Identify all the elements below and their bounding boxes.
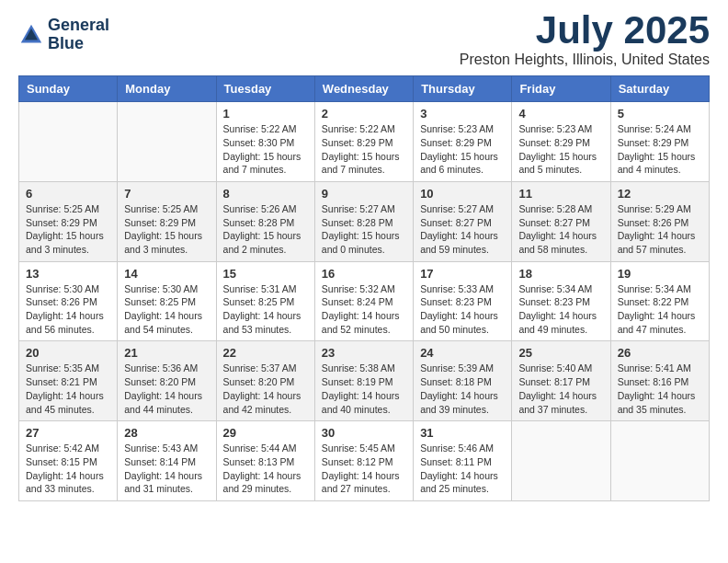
day-info: Sunrise: 5:31 AM Sunset: 8:25 PM Dayligh… (223, 282, 308, 337)
day-info: Sunrise: 5:44 AM Sunset: 8:13 PM Dayligh… (223, 442, 308, 496)
calendar-cell: 28Sunrise: 5:43 AM Sunset: 8:14 PM Dayli… (118, 421, 216, 501)
day-info: Sunrise: 5:46 AM Sunset: 8:11 PM Dayligh… (420, 442, 505, 496)
day-info: Sunrise: 5:43 AM Sunset: 8:14 PM Dayligh… (124, 442, 209, 496)
calendar-week-row: 20Sunrise: 5:35 AM Sunset: 8:21 PM Dayli… (19, 341, 710, 421)
day-info: Sunrise: 5:40 AM Sunset: 8:17 PM Dayligh… (518, 362, 603, 416)
day-number: 23 (322, 346, 406, 360)
day-info: Sunrise: 5:37 AM Sunset: 8:20 PM Dayligh… (223, 362, 308, 416)
day-info: Sunrise: 5:38 AM Sunset: 8:19 PM Dayligh… (322, 362, 406, 416)
day-info: Sunrise: 5:42 AM Sunset: 8:15 PM Dayligh… (26, 442, 110, 496)
day-number: 5 (618, 107, 702, 121)
day-number: 4 (518, 107, 603, 121)
title-block: July 2025 Preston Heights, Illinois, Uni… (460, 9, 710, 68)
day-info: Sunrise: 5:25 AM Sunset: 8:29 PM Dayligh… (26, 202, 110, 257)
day-number: 7 (124, 187, 209, 201)
calendar-cell: 16Sunrise: 5:32 AM Sunset: 8:24 PM Dayli… (314, 261, 413, 341)
day-number: 20 (26, 346, 110, 360)
calendar-cell (610, 421, 709, 501)
day-info: Sunrise: 5:25 AM Sunset: 8:29 PM Dayligh… (124, 202, 209, 257)
day-number: 1 (223, 107, 308, 121)
logo: General Blue (18, 17, 109, 53)
weekday-header-sunday: Sunday (19, 76, 118, 102)
day-number: 13 (26, 267, 110, 281)
weekday-header-tuesday: Tuesday (216, 76, 314, 102)
day-number: 29 (223, 426, 308, 440)
calendar-cell (19, 102, 118, 182)
calendar-cell: 22Sunrise: 5:37 AM Sunset: 8:20 PM Dayli… (216, 341, 314, 421)
weekday-header-thursday: Thursday (414, 76, 512, 102)
day-number: 16 (322, 267, 406, 281)
day-number: 14 (124, 267, 209, 281)
calendar-cell: 23Sunrise: 5:38 AM Sunset: 8:19 PM Dayli… (314, 341, 413, 421)
calendar-cell: 13Sunrise: 5:30 AM Sunset: 8:26 PM Dayli… (19, 261, 118, 341)
day-number: 11 (518, 187, 603, 201)
day-info: Sunrise: 5:30 AM Sunset: 8:25 PM Dayligh… (124, 282, 209, 337)
calendar-week-row: 27Sunrise: 5:42 AM Sunset: 8:15 PM Dayli… (19, 421, 710, 501)
calendar-cell: 14Sunrise: 5:30 AM Sunset: 8:25 PM Dayli… (118, 261, 216, 341)
logo-icon (18, 22, 44, 48)
calendar-week-row: 6Sunrise: 5:25 AM Sunset: 8:29 PM Daylig… (19, 181, 710, 261)
day-number: 8 (223, 187, 308, 201)
calendar-table: SundayMondayTuesdayWednesdayThursdayFrid… (18, 75, 710, 501)
calendar-cell: 29Sunrise: 5:44 AM Sunset: 8:13 PM Dayli… (216, 421, 314, 501)
day-number: 17 (420, 267, 505, 281)
day-info: Sunrise: 5:27 AM Sunset: 8:27 PM Dayligh… (420, 202, 505, 257)
day-info: Sunrise: 5:39 AM Sunset: 8:18 PM Dayligh… (420, 362, 505, 416)
calendar-cell: 18Sunrise: 5:34 AM Sunset: 8:23 PM Dayli… (512, 261, 610, 341)
weekday-header-row: SundayMondayTuesdayWednesdayThursdayFrid… (19, 76, 710, 102)
calendar-cell: 24Sunrise: 5:39 AM Sunset: 8:18 PM Dayli… (414, 341, 512, 421)
day-number: 24 (420, 346, 505, 360)
calendar-cell: 11Sunrise: 5:28 AM Sunset: 8:27 PM Dayli… (512, 181, 610, 261)
calendar-week-row: 1Sunrise: 5:22 AM Sunset: 8:30 PM Daylig… (19, 102, 710, 182)
day-number: 26 (618, 346, 702, 360)
calendar-cell: 1Sunrise: 5:22 AM Sunset: 8:30 PM Daylig… (216, 102, 314, 182)
day-info: Sunrise: 5:35 AM Sunset: 8:21 PM Dayligh… (26, 362, 110, 416)
day-info: Sunrise: 5:30 AM Sunset: 8:26 PM Dayligh… (26, 282, 110, 337)
calendar-cell: 30Sunrise: 5:45 AM Sunset: 8:12 PM Dayli… (314, 421, 413, 501)
day-info: Sunrise: 5:24 AM Sunset: 8:29 PM Dayligh… (618, 122, 702, 177)
day-info: Sunrise: 5:23 AM Sunset: 8:29 PM Dayligh… (420, 122, 505, 177)
day-info: Sunrise: 5:23 AM Sunset: 8:29 PM Dayligh… (518, 122, 603, 177)
calendar-cell: 2Sunrise: 5:22 AM Sunset: 8:29 PM Daylig… (314, 102, 413, 182)
day-number: 28 (124, 426, 209, 440)
calendar-cell (512, 421, 610, 501)
day-number: 6 (26, 187, 110, 201)
day-number: 30 (322, 426, 406, 440)
calendar-cell: 12Sunrise: 5:29 AM Sunset: 8:26 PM Dayli… (610, 181, 709, 261)
day-info: Sunrise: 5:34 AM Sunset: 8:22 PM Dayligh… (618, 282, 702, 337)
calendar-cell: 26Sunrise: 5:41 AM Sunset: 8:16 PM Dayli… (610, 341, 709, 421)
logo-text: General Blue (48, 17, 109, 53)
day-info: Sunrise: 5:29 AM Sunset: 8:26 PM Dayligh… (618, 202, 702, 257)
weekday-header-monday: Monday (118, 76, 216, 102)
day-info: Sunrise: 5:34 AM Sunset: 8:23 PM Dayligh… (518, 282, 603, 337)
weekday-header-saturday: Saturday (610, 76, 709, 102)
calendar-cell: 25Sunrise: 5:40 AM Sunset: 8:17 PM Dayli… (512, 341, 610, 421)
weekday-header-wednesday: Wednesday (314, 76, 413, 102)
calendar-cell: 20Sunrise: 5:35 AM Sunset: 8:21 PM Dayli… (19, 341, 118, 421)
day-number: 31 (420, 426, 505, 440)
calendar-cell: 17Sunrise: 5:33 AM Sunset: 8:23 PM Dayli… (414, 261, 512, 341)
day-number: 25 (518, 346, 603, 360)
day-number: 15 (223, 267, 308, 281)
day-number: 9 (322, 187, 406, 201)
day-number: 21 (124, 346, 209, 360)
month-title: July 2025 (460, 9, 710, 52)
day-number: 3 (420, 107, 505, 121)
calendar-cell: 31Sunrise: 5:46 AM Sunset: 8:11 PM Dayli… (414, 421, 512, 501)
day-info: Sunrise: 5:26 AM Sunset: 8:28 PM Dayligh… (223, 202, 308, 257)
page-header: General Blue July 2025 Preston Heights, … (18, 9, 710, 68)
day-number: 18 (518, 267, 603, 281)
calendar-cell: 5Sunrise: 5:24 AM Sunset: 8:29 PM Daylig… (610, 102, 709, 182)
day-info: Sunrise: 5:33 AM Sunset: 8:23 PM Dayligh… (420, 282, 505, 337)
calendar-week-row: 13Sunrise: 5:30 AM Sunset: 8:26 PM Dayli… (19, 261, 710, 341)
calendar-cell: 3Sunrise: 5:23 AM Sunset: 8:29 PM Daylig… (414, 102, 512, 182)
day-number: 19 (618, 267, 702, 281)
day-info: Sunrise: 5:32 AM Sunset: 8:24 PM Dayligh… (322, 282, 406, 337)
day-number: 27 (26, 426, 110, 440)
day-number: 10 (420, 187, 505, 201)
day-info: Sunrise: 5:22 AM Sunset: 8:29 PM Dayligh… (322, 122, 406, 177)
day-info: Sunrise: 5:45 AM Sunset: 8:12 PM Dayligh… (322, 442, 406, 496)
calendar-cell: 10Sunrise: 5:27 AM Sunset: 8:27 PM Dayli… (414, 181, 512, 261)
calendar-cell: 8Sunrise: 5:26 AM Sunset: 8:28 PM Daylig… (216, 181, 314, 261)
day-number: 22 (223, 346, 308, 360)
